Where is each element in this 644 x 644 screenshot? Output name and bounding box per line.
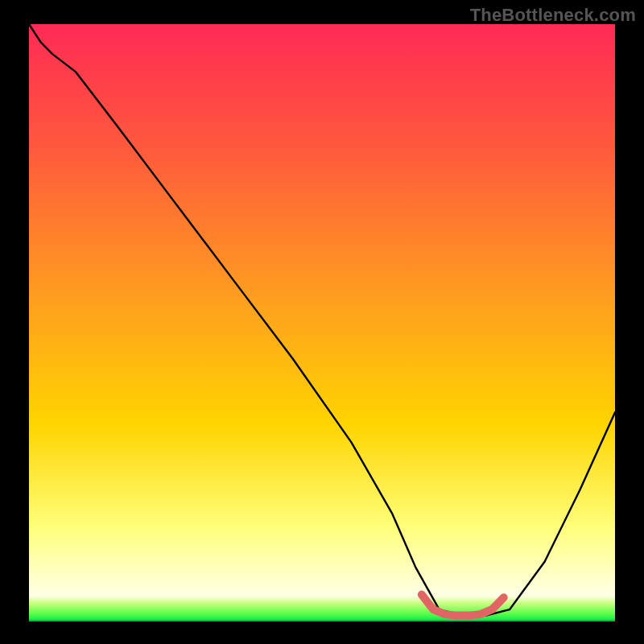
plot-area: [29, 24, 615, 621]
bottleneck-chart: [0, 0, 644, 644]
chart-frame: TheBottleneck.com: [0, 0, 644, 644]
green-baseline: [29, 620, 615, 621]
green-band: [29, 596, 615, 621]
watermark-text: TheBottleneck.com: [470, 5, 636, 26]
gradient-background: [29, 24, 615, 596]
